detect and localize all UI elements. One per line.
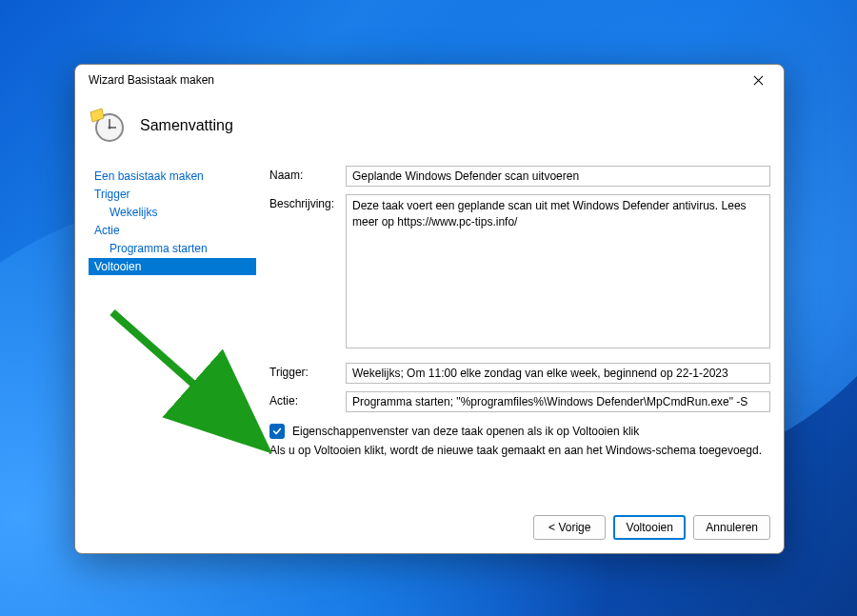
wizard-body: Een basistaak makenTriggerWekelijksActie… — [75, 164, 784, 504]
wizard-step-nav: Een basistaak makenTriggerWekelijksActie… — [89, 164, 256, 504]
open-properties-checkbox[interactable] — [269, 424, 285, 439]
description-label: Beschrijving: — [269, 194, 346, 351]
task-wizard-icon — [89, 107, 127, 145]
open-properties-label[interactable]: Eigenschappenvenster van deze taak opene… — [292, 425, 639, 438]
check-icon — [272, 427, 282, 436]
nav-step-2[interactable]: Wekelijks — [89, 204, 256, 221]
nav-step-5[interactable]: Voltooien — [89, 258, 256, 275]
trigger-field — [346, 363, 770, 384]
wizard-footer: < Vorige Voltooien Annuleren — [75, 504, 784, 553]
action-row: Actie: — [269, 391, 770, 412]
window-title: Wizard Basistaak maken — [89, 73, 738, 87]
action-field — [346, 391, 770, 412]
close-button[interactable] — [738, 67, 778, 93]
nav-step-3[interactable]: Actie — [89, 222, 256, 239]
name-label: Naam: — [269, 166, 346, 187]
nav-step-0[interactable]: Een basistaak maken — [89, 168, 256, 185]
nav-step-4[interactable]: Programma starten — [89, 240, 256, 257]
wizard-dialog: Wizard Basistaak maken Samenvatting Een … — [74, 64, 785, 554]
finish-info-text: Als u op Voltooien klikt, wordt de nieuw… — [269, 443, 770, 459]
wizard-step-title: Samenvatting — [140, 117, 233, 134]
finish-button[interactable]: Voltooien — [613, 515, 686, 540]
action-label: Actie: — [269, 391, 346, 412]
description-input[interactable] — [346, 194, 770, 348]
wizard-header: Samenvatting — [75, 95, 784, 164]
name-row: Naam: — [269, 166, 770, 187]
nav-step-1[interactable]: Trigger — [89, 186, 256, 203]
cancel-button[interactable]: Annuleren — [693, 515, 770, 540]
open-properties-row: Eigenschappenvenster van deze taak opene… — [269, 424, 770, 439]
trigger-label: Trigger: — [269, 363, 346, 384]
back-button[interactable]: < Vorige — [533, 515, 606, 540]
description-row: Beschrijving: — [269, 194, 770, 351]
titlebar[interactable]: Wizard Basistaak maken — [75, 65, 784, 95]
wizard-content: Naam: Beschrijving: Trigger: Actie: — [269, 164, 770, 504]
trigger-row: Trigger: — [269, 363, 770, 384]
close-icon — [753, 75, 764, 86]
name-input[interactable] — [346, 166, 770, 187]
